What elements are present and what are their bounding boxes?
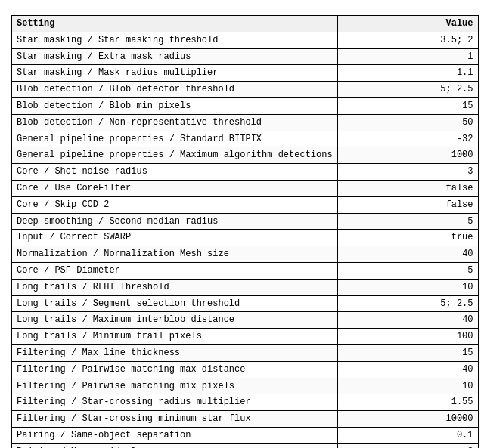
setting-cell: General pipeline properties / Maximum al… xyxy=(12,147,338,164)
settings-table: Setting Value Star masking / Star maskin… xyxy=(11,15,479,448)
setting-cell: Deep smoothing / Second median radius xyxy=(12,213,338,230)
value-cell: 1 xyxy=(337,48,478,65)
setting-cell: Filtering / Star-crossing minimum star f… xyxy=(12,411,338,428)
value-cell: 15 xyxy=(337,97,478,114)
setting-cell: Long trails / Segment selection threshol… xyxy=(12,295,338,312)
table-row: Pairing / Max residual sum2 xyxy=(12,443,479,448)
table-row: Star masking / Star masking threshold3.5… xyxy=(12,32,479,48)
value-cell: 3.5; 2 xyxy=(337,32,478,48)
value-cell: false xyxy=(337,196,478,213)
table-row: Blob detection / Blob detector threshold… xyxy=(12,82,479,98)
setting-cell: Long trails / RLHT Threshold xyxy=(12,279,338,295)
value-cell: 2 xyxy=(337,443,478,448)
setting-cell: Filtering / Pairwise matching mix pixels xyxy=(12,378,338,394)
table-row: Input / Correct SWARPtrue xyxy=(12,230,479,246)
table-row: Star masking / Extra mask radius1 xyxy=(12,48,479,65)
value-cell: 5; 2.5 xyxy=(337,82,478,98)
table-row: Filtering / Max line thickness15 xyxy=(12,344,479,361)
setting-cell: Star masking / Star masking threshold xyxy=(12,32,338,48)
table-row: Filtering / Pairwise matching mix pixels… xyxy=(12,378,479,394)
setting-cell: Blob detection / Non-representative thre… xyxy=(12,114,338,131)
value-cell: 40 xyxy=(337,246,478,263)
table-row: Long trails / Minimum trail pixels100 xyxy=(12,329,479,345)
table-row: General pipeline properties / Standard B… xyxy=(12,131,479,147)
table-row: Blob detection / Blob min pixels15 xyxy=(12,97,479,114)
value-cell: 40 xyxy=(337,361,478,378)
table-row: Long trails / Segment selection threshol… xyxy=(12,295,479,312)
setting-cell: Core / Use CoreFilter xyxy=(12,180,338,196)
setting-cell: Star masking / Mask radius multiplier xyxy=(12,65,338,82)
settings-table-container: Setting Value Star masking / Star maskin… xyxy=(11,15,473,448)
setting-cell: Core / PSF Diameter xyxy=(12,262,338,279)
table-row: Core / Skip CCD 2false xyxy=(12,196,479,213)
value-cell: 50 xyxy=(337,114,478,131)
value-cell: 1000 xyxy=(337,147,478,164)
setting-cell: General pipeline properties / Standard B… xyxy=(12,131,338,147)
table-row: Core / Use CoreFilterfalse xyxy=(12,180,479,196)
table-row: Pairing / Same-object separation0.1 xyxy=(12,427,479,443)
value-cell: 5; 2.5 xyxy=(337,295,478,312)
setting-cell: Star masking / Extra mask radius xyxy=(12,48,338,65)
table-row: Long trails / Maximum interblob distance… xyxy=(12,312,479,329)
table-row: General pipeline properties / Maximum al… xyxy=(12,147,479,164)
setting-cell: Long trails / Minimum trail pixels xyxy=(12,329,338,345)
setting-cell: Core / Skip CCD 2 xyxy=(12,196,338,213)
header-setting: Setting xyxy=(12,16,338,32)
value-cell: 10 xyxy=(337,378,478,394)
value-cell: 10000 xyxy=(337,411,478,428)
table-row: Deep smoothing / Second median radius5 xyxy=(12,213,479,230)
table-row: Core / Shot noise radius3 xyxy=(12,164,479,181)
table-row: Filtering / Star-crossing radius multipl… xyxy=(12,394,479,411)
setting-cell: Filtering / Star-crossing radius multipl… xyxy=(12,394,338,411)
value-cell: 100 xyxy=(337,329,478,345)
setting-cell: Pairing / Same-object separation xyxy=(12,427,338,443)
table-row: Filtering / Pairwise matching max distan… xyxy=(12,361,479,378)
setting-cell: Normalization / Normalization Mesh size xyxy=(12,246,338,263)
setting-cell: Long trails / Maximum interblob distance xyxy=(12,312,338,329)
value-cell: false xyxy=(337,180,478,196)
table-row: Filtering / Star-crossing minimum star f… xyxy=(12,411,479,428)
table-row: Star masking / Mask radius multiplier1.1 xyxy=(12,65,479,82)
value-cell: 1.55 xyxy=(337,394,478,411)
setting-cell: Blob detection / Blob detector threshold xyxy=(12,82,338,98)
value-cell: 3 xyxy=(337,164,478,181)
table-row: Normalization / Normalization Mesh size4… xyxy=(12,246,479,263)
value-cell: 15 xyxy=(337,344,478,361)
header-value: Value xyxy=(337,16,478,32)
value-cell: -32 xyxy=(337,131,478,147)
setting-cell: Filtering / Max line thickness xyxy=(12,344,338,361)
value-cell: 5 xyxy=(337,262,478,279)
value-cell: 1.1 xyxy=(337,65,478,82)
setting-cell: Pairing / Max residual sum xyxy=(12,443,338,448)
value-cell: true xyxy=(337,230,478,246)
setting-cell: Filtering / Pairwise matching max distan… xyxy=(12,361,338,378)
table-row: Core / PSF Diameter5 xyxy=(12,262,479,279)
setting-cell: Input / Correct SWARP xyxy=(12,230,338,246)
value-cell: 40 xyxy=(337,312,478,329)
value-cell: 5 xyxy=(337,213,478,230)
value-cell: 10 xyxy=(337,279,478,295)
setting-cell: Blob detection / Blob min pixels xyxy=(12,97,338,114)
setting-cell: Core / Shot noise radius xyxy=(12,164,338,181)
value-cell: 0.1 xyxy=(337,427,478,443)
table-row: Long trails / RLHT Threshold10 xyxy=(12,279,479,295)
table-row: Blob detection / Non-representative thre… xyxy=(12,114,479,131)
